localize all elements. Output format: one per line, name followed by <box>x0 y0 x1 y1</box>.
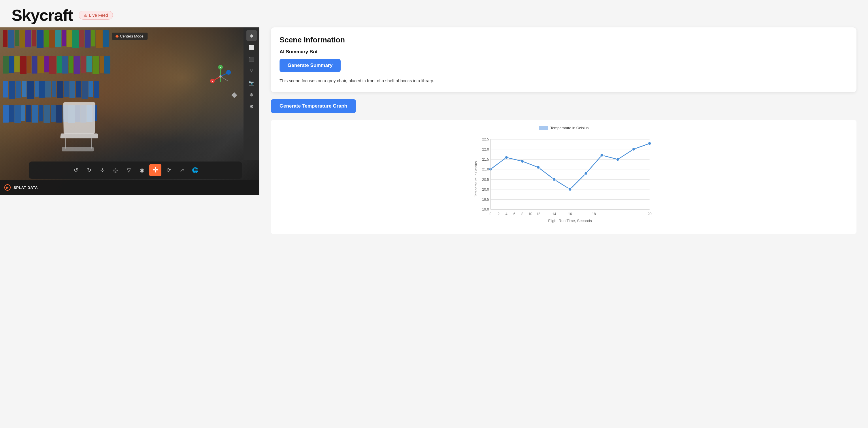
svg-point-49 <box>648 142 651 145</box>
generate-temperature-graph-button[interactable]: Generate Temperature Graph <box>271 99 356 113</box>
svg-text:19.0: 19.0 <box>482 207 489 211</box>
settings-tool-btn[interactable]: ⚙ <box>246 101 257 112</box>
filter-btn[interactable]: ▽ <box>123 164 135 176</box>
undo-btn[interactable]: ↺ <box>70 164 82 176</box>
circle-btn[interactable]: ◉ <box>136 164 148 176</box>
refresh-btn[interactable]: ⟳ <box>162 164 175 176</box>
svg-point-40 <box>505 156 508 159</box>
svg-text:2: 2 <box>497 212 499 216</box>
svg-text:Flight Run Time, Seconds: Flight Run Time, Seconds <box>548 219 592 223</box>
svg-text:22.5: 22.5 <box>482 137 489 141</box>
svg-text:20.5: 20.5 <box>482 178 489 182</box>
chart-svg: Temperature in Celsius <box>277 133 851 225</box>
svg-point-46 <box>600 154 603 157</box>
add-btn[interactable]: ✛ <box>149 164 161 176</box>
svg-text:4: 4 <box>505 212 507 216</box>
globe-btn[interactable]: 🌐 <box>189 164 201 176</box>
gizmo: Y X <box>209 65 232 88</box>
svg-point-7 <box>226 70 231 75</box>
ai-summary-label: AI Summary Bot <box>280 49 848 55</box>
svg-text:16: 16 <box>568 212 572 216</box>
camera-tool-btn[interactable]: 📷 <box>246 78 257 88</box>
svg-text:Y: Y <box>220 66 221 69</box>
arrow-btn[interactable]: ↗ <box>176 164 188 176</box>
svg-point-9 <box>219 75 222 78</box>
live-feed-badge[interactable]: ⚠ Live Feed <box>79 11 113 20</box>
legend-color-swatch <box>539 126 548 130</box>
svg-text:20: 20 <box>648 212 652 216</box>
chart-legend-label: Temperature in Celsius <box>551 126 589 130</box>
temperature-chart: Temperature in Celsius Temperature in Ce… <box>271 120 857 234</box>
svg-text:22.0: 22.0 <box>482 147 489 151</box>
main-layout: Y X Ce <box>0 27 868 240</box>
select-tool-btn[interactable]: ◆ <box>246 30 257 41</box>
centers-mode-label: Centers Mode <box>120 34 144 38</box>
svg-point-44 <box>568 188 572 191</box>
svg-text:Temperature in Celsius: Temperature in Celsius <box>474 161 478 197</box>
svg-text:21.0: 21.0 <box>482 167 489 171</box>
chart-wrapper: Temperature in Celsius <box>277 133 851 225</box>
svg-point-41 <box>521 160 524 163</box>
scene-info-title: Scene Information <box>280 35 848 45</box>
summary-text: This scene focuses on a grey chair, plac… <box>280 77 848 84</box>
svg-point-45 <box>584 172 588 175</box>
svg-text:8: 8 <box>521 212 523 216</box>
svg-text:14: 14 <box>552 212 556 216</box>
orange-diamond-icon <box>116 35 119 38</box>
svg-point-47 <box>616 158 619 161</box>
right-toolbar: ◆ ⬜ ⬛ ⑂ 📷 ⊛ ⚙ <box>244 27 259 160</box>
warning-icon: ⚠ <box>84 13 87 18</box>
svg-text:X: X <box>212 80 213 83</box>
svg-point-43 <box>553 178 556 181</box>
svg-text:21.5: 21.5 <box>482 158 489 162</box>
bounds-tool-btn[interactable]: ⬜ <box>246 42 257 53</box>
redo-btn[interactable]: ↻ <box>83 164 95 176</box>
svg-text:0: 0 <box>490 212 492 216</box>
axis-tool-btn[interactable]: ⑂ <box>246 66 257 76</box>
splat-data-label: SPLAT DATA <box>13 186 38 190</box>
svg-text:20.0: 20.0 <box>482 188 489 192</box>
network-tool-btn[interactable]: ⊛ <box>246 89 257 100</box>
splat-data-bar: ▶ SPLAT DATA <box>0 180 259 195</box>
svg-point-42 <box>536 166 540 169</box>
svg-line-8 <box>220 77 228 81</box>
lasso-btn[interactable]: ◎ <box>110 164 122 176</box>
app-title: Skycraft <box>11 6 73 25</box>
svg-text:19.5: 19.5 <box>482 198 489 202</box>
viewer-panel: Y X Ce <box>0 27 259 234</box>
app-header: Skycraft ⚠ Live Feed <box>0 0 868 27</box>
box-tool-btn[interactable]: ⬛ <box>246 54 257 64</box>
svg-text:18: 18 <box>592 212 596 216</box>
bottom-toolbar: ↺ ↻ ⊹ ◎ ▽ ◉ ✛ ⟳ ↗ 🌐 <box>29 162 242 179</box>
right-panel: Scene Information AI Summary Bot Generat… <box>259 27 868 234</box>
play-icon: ▶ <box>4 184 11 191</box>
scene-info-card: Scene Information AI Summary Bot Generat… <box>271 27 857 92</box>
svg-text:6: 6 <box>514 212 516 216</box>
select-mode-btn[interactable]: ⊹ <box>96 164 108 176</box>
viewer-container[interactable]: Y X Ce <box>0 27 259 195</box>
svg-text:12: 12 <box>536 212 540 216</box>
generate-summary-button[interactable]: Generate Summary <box>280 59 341 72</box>
chair <box>58 105 104 157</box>
svg-text:10: 10 <box>528 212 532 216</box>
svg-point-48 <box>632 148 635 151</box>
bookshelf <box>0 27 259 160</box>
centers-mode-badge: Centers Mode <box>112 33 148 40</box>
live-feed-label: Live Feed <box>89 13 108 18</box>
chart-legend: Temperature in Celsius <box>277 126 851 130</box>
